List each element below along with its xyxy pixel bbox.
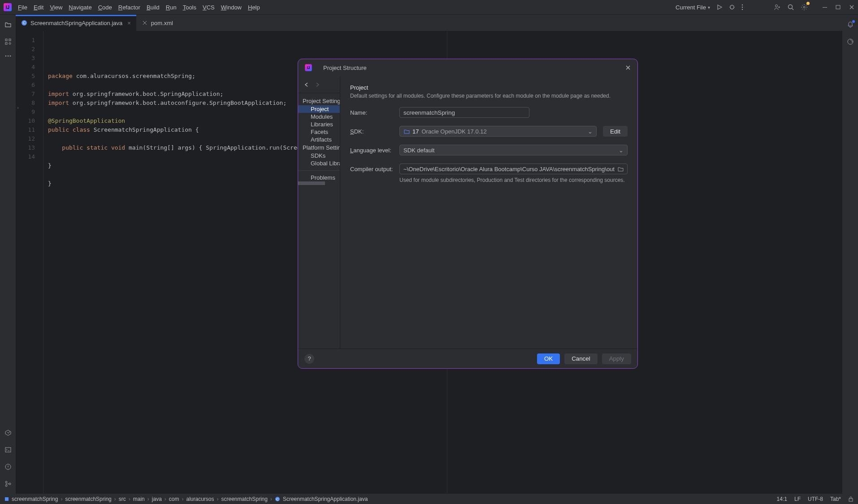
tree-item-artifacts[interactable]: Artifacts bbox=[298, 136, 340, 143]
nav-back-icon[interactable] bbox=[303, 82, 310, 88]
menu-view[interactable]: View bbox=[50, 4, 62, 11]
nav-forward-icon bbox=[314, 82, 321, 88]
crumb[interactable]: com bbox=[169, 496, 179, 502]
encoding[interactable]: UTF-8 bbox=[808, 496, 823, 502]
more-tools-icon[interactable] bbox=[5, 55, 11, 57]
crumb[interactable]: ScreenmatchSpringApplication.java bbox=[283, 496, 368, 502]
edit-sdk-button[interactable]: Edit bbox=[603, 126, 628, 137]
menu-file[interactable]: File bbox=[18, 4, 27, 11]
compiler-output-help: Used for module subdirectories, Producti… bbox=[350, 177, 628, 183]
sdk-select[interactable]: 17 Oracle OpenJDK 17.0.12 ⌄ bbox=[399, 126, 597, 137]
compiler-output-field[interactable]: ~\OneDrive\Escritorio\Oracle Alura Bootc… bbox=[399, 164, 628, 174]
sdk-label: SDK: bbox=[350, 128, 393, 135]
settings-icon[interactable] bbox=[801, 4, 808, 11]
breadcrumbs[interactable]: screenmatchSpring›screenmatchSpring›src›… bbox=[4, 496, 368, 502]
crumb[interactable]: screenmatchSpring bbox=[221, 496, 268, 502]
svg-point-13 bbox=[5, 56, 6, 57]
vcs-tool-icon[interactable] bbox=[4, 480, 12, 487]
services-tool-icon[interactable] bbox=[4, 429, 12, 436]
run-config-selector[interactable]: Current File ▾ bbox=[676, 4, 710, 11]
browse-folder-icon[interactable] bbox=[617, 166, 624, 172]
editor-gutter: 1234567891011121314 bbox=[16, 31, 43, 494]
language-level-value: SDK default bbox=[403, 147, 434, 154]
svg-point-19 bbox=[5, 485, 7, 487]
tab-label: pom.xml bbox=[151, 20, 173, 26]
dialog-app-icon: IJ bbox=[305, 64, 312, 71]
collab-icon[interactable] bbox=[774, 4, 781, 11]
ok-button[interactable]: OK bbox=[537, 353, 560, 364]
sdk-detail: Oracle OpenJDK 17.0.12 bbox=[421, 128, 486, 135]
cancel-button[interactable]: Cancel bbox=[564, 353, 598, 364]
maximize-icon[interactable] bbox=[836, 4, 841, 10]
sidebar-scrollbar[interactable] bbox=[298, 181, 325, 185]
crumb[interactable]: screenmatchSpring bbox=[12, 496, 58, 502]
apply-button[interactable]: Apply bbox=[602, 353, 631, 364]
menu-navigate[interactable]: Navigate bbox=[69, 4, 91, 11]
line-separator[interactable]: LF bbox=[794, 496, 801, 502]
dialog-titlebar[interactable]: IJ Project Structure bbox=[298, 59, 637, 76]
caret-position[interactable]: 14:1 bbox=[777, 496, 787, 502]
menu-tools[interactable]: Tools bbox=[183, 4, 196, 11]
tree-item-problems[interactable]: Problems bbox=[298, 174, 340, 181]
close-icon[interactable] bbox=[849, 4, 854, 10]
debug-icon[interactable] bbox=[729, 4, 735, 10]
tree-item-libraries[interactable]: Libraries bbox=[298, 121, 340, 128]
tree-item-modules[interactable]: Modules bbox=[298, 113, 340, 121]
crumb[interactable]: main bbox=[133, 496, 145, 502]
chevron-down-icon: ⌄ bbox=[588, 128, 593, 135]
fold-icon[interactable]: › bbox=[17, 103, 19, 112]
project-tool-icon[interactable] bbox=[4, 21, 12, 28]
crumb-separator: › bbox=[114, 496, 116, 502]
svg-text:C: C bbox=[23, 21, 26, 25]
menu-edit[interactable]: Edit bbox=[34, 4, 43, 11]
dialog-nav-tree: Project Settings ProjectModulesLibraries… bbox=[298, 93, 340, 185]
run-config-label: Current File bbox=[676, 4, 706, 11]
svg-point-6 bbox=[803, 6, 805, 8]
menu-window[interactable]: Window bbox=[221, 4, 242, 11]
tree-item-sdks[interactable]: SDKs bbox=[298, 152, 340, 159]
terminal-tool-icon[interactable] bbox=[4, 446, 12, 453]
problems-tool-icon[interactable] bbox=[4, 463, 12, 470]
menu-vcs[interactable]: VCS bbox=[203, 4, 215, 11]
svg-point-0 bbox=[730, 5, 734, 9]
crumb[interactable]: java bbox=[152, 496, 162, 502]
ai-tool-icon[interactable] bbox=[847, 38, 854, 45]
svg-point-15 bbox=[9, 56, 11, 57]
dialog-title: Project Structure bbox=[323, 65, 367, 71]
project-name-input[interactable] bbox=[399, 107, 529, 118]
menu-help[interactable]: Help bbox=[248, 4, 260, 11]
menu-refactor[interactable]: Refactor bbox=[118, 4, 140, 11]
menu-run[interactable]: Run bbox=[166, 4, 177, 11]
minimize-icon[interactable] bbox=[822, 4, 828, 10]
crumb[interactable]: screenmatchSpring bbox=[65, 496, 111, 502]
notifications-icon[interactable] bbox=[847, 21, 854, 28]
readonly-lock-icon[interactable] bbox=[848, 496, 854, 502]
tab-pom.xml[interactable]: pom.xml bbox=[136, 15, 178, 31]
dialog-close-icon[interactable] bbox=[625, 65, 631, 71]
crumb-separator: › bbox=[182, 496, 183, 502]
menu-code[interactable]: Code bbox=[98, 4, 112, 11]
svg-point-18 bbox=[5, 481, 7, 483]
svg-rect-16 bbox=[5, 448, 11, 452]
tab-ScreenmatchSpringApplication.java[interactable]: CScreenmatchSpringApplication.java× bbox=[16, 15, 136, 31]
structure-tool-icon[interactable] bbox=[4, 38, 12, 45]
status-bar: screenmatchSpring›screenmatchSpring›src›… bbox=[0, 494, 858, 504]
dialog-content: Project Default settings for all modules… bbox=[340, 76, 637, 349]
tree-item-global-libraries[interactable]: Global Libraries bbox=[298, 159, 340, 167]
indent[interactable]: Tab* bbox=[830, 496, 841, 502]
tree-item-facets[interactable]: Facets bbox=[298, 128, 340, 136]
tree-item-project[interactable]: Project bbox=[298, 105, 340, 113]
more-icon[interactable] bbox=[741, 4, 743, 10]
run-icon[interactable] bbox=[716, 4, 723, 10]
svg-rect-11 bbox=[9, 39, 11, 41]
chevron-down-icon: ▾ bbox=[708, 5, 710, 10]
folder-icon bbox=[403, 128, 410, 134]
tab-close-icon[interactable]: × bbox=[127, 20, 131, 26]
menu-build[interactable]: Build bbox=[147, 4, 160, 11]
search-icon[interactable] bbox=[787, 4, 794, 11]
help-button[interactable]: ? bbox=[304, 354, 314, 364]
crumb[interactable]: src bbox=[119, 496, 126, 502]
name-label: Name: bbox=[350, 109, 393, 116]
crumb[interactable]: aluracursos bbox=[186, 496, 214, 502]
language-level-select[interactable]: SDK default ⌄ bbox=[399, 145, 628, 155]
